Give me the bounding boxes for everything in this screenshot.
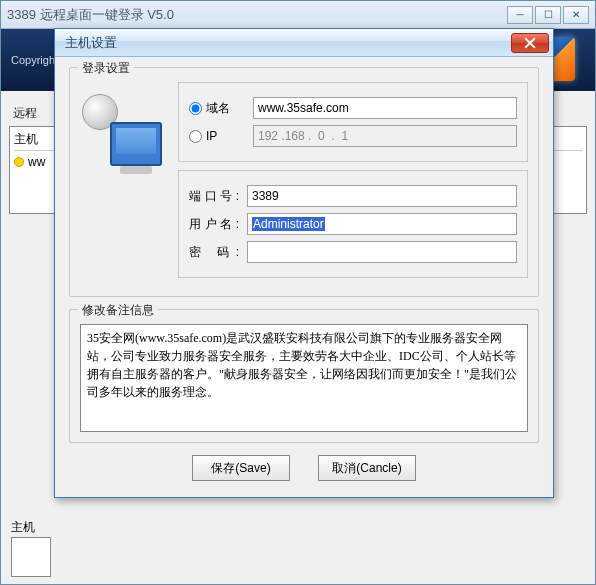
password-label: 密 码: bbox=[189, 244, 239, 261]
domain-radio[interactable]: 域名 bbox=[189, 100, 245, 117]
port-label: 端口号: bbox=[189, 188, 239, 205]
cancel-button[interactable]: 取消(Cancle) bbox=[318, 455, 416, 481]
username-label: 用户名: bbox=[189, 216, 239, 233]
remark-legend: 修改备注信息 bbox=[78, 302, 158, 319]
port-input[interactable] bbox=[247, 185, 517, 207]
login-group-legend: 登录设置 bbox=[78, 60, 134, 77]
status-dot-icon bbox=[14, 157, 24, 167]
domain-radio-label: 域名 bbox=[206, 100, 230, 117]
domain-radio-input[interactable] bbox=[189, 102, 202, 115]
login-settings-group: 登录设置 域名 bbox=[69, 67, 539, 297]
maximize-button[interactable]: ☐ bbox=[535, 6, 561, 24]
password-input[interactable] bbox=[247, 241, 517, 263]
button-row: 保存(Save) 取消(Cancle) bbox=[69, 455, 539, 481]
close-button[interactable] bbox=[511, 33, 549, 53]
list-item-text: ww bbox=[28, 155, 45, 169]
ip-input bbox=[253, 125, 517, 147]
remote-desktop-icon bbox=[82, 88, 164, 170]
ip-radio-input[interactable] bbox=[189, 130, 202, 143]
close-icon bbox=[524, 37, 536, 49]
remark-group: 修改备注信息 35安全网(www.35safe.com)是武汉盛联安科技有限公司… bbox=[69, 309, 539, 443]
username-input[interactable]: Administrator bbox=[247, 213, 517, 235]
close-main-button[interactable]: ✕ bbox=[563, 6, 589, 24]
dialog-body: 登录设置 域名 bbox=[55, 57, 553, 497]
dialog-titlebar: 主机设置 bbox=[55, 29, 553, 57]
ip-radio-label: IP bbox=[206, 129, 217, 143]
address-box: 域名 IP bbox=[178, 82, 528, 162]
save-button[interactable]: 保存(Save) bbox=[192, 455, 290, 481]
remark-textarea[interactable]: 35安全网(www.35safe.com)是武汉盛联安科技有限公司旗下的专业服务… bbox=[80, 324, 528, 432]
host-settings-dialog: 主机设置 登录设置 域名 bbox=[54, 28, 554, 498]
main-title: 3389 远程桌面一键登录 V5.0 bbox=[7, 6, 505, 24]
host-box bbox=[11, 537, 51, 577]
ip-radio[interactable]: IP bbox=[189, 129, 245, 143]
main-titlebar: 3389 远程桌面一键登录 V5.0 ─ ☐ ✕ bbox=[1, 1, 595, 29]
credentials-box: 端口号: 用户名: Administrator 密 码: bbox=[178, 170, 528, 278]
dialog-title: 主机设置 bbox=[65, 34, 511, 52]
host-label: 主机 bbox=[11, 519, 35, 536]
domain-input[interactable] bbox=[253, 97, 517, 119]
minimize-button[interactable]: ─ bbox=[507, 6, 533, 24]
